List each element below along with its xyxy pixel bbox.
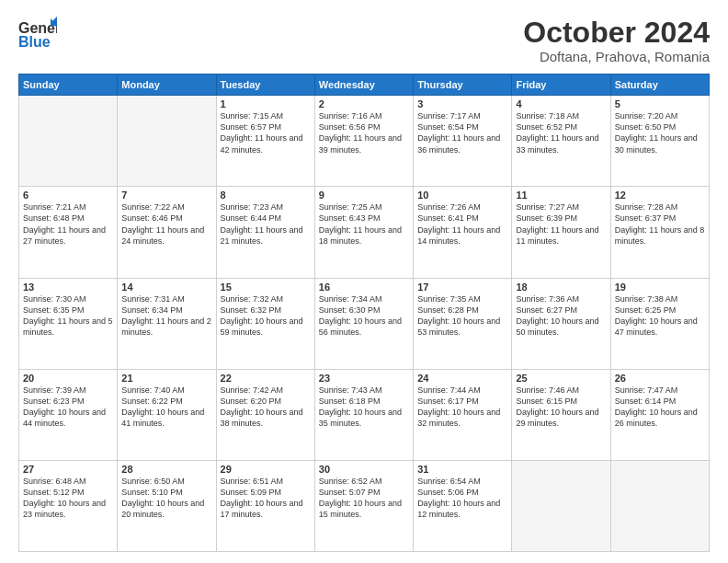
day-info: Sunrise: 7:34 AMSunset: 6:30 PMDaylight:…: [319, 293, 409, 339]
col-thursday: Thursday: [414, 75, 512, 96]
calendar-header-row: Sunday Monday Tuesday Wednesday Thursday…: [19, 75, 710, 96]
table-row: 26Sunrise: 7:47 AMSunset: 6:14 PMDayligh…: [610, 369, 709, 460]
table-row: 24Sunrise: 7:44 AMSunset: 6:17 PMDayligh…: [414, 369, 512, 460]
table-row: 27Sunrise: 6:48 AMSunset: 5:12 PMDayligh…: [19, 460, 118, 551]
table-row: 9Sunrise: 7:25 AMSunset: 6:43 PMDaylight…: [314, 187, 413, 278]
day-number: 2: [319, 98, 409, 109]
day-number: 28: [121, 464, 211, 475]
table-row: 23Sunrise: 7:43 AMSunset: 6:18 PMDayligh…: [314, 369, 413, 460]
day-info: Sunrise: 7:16 AMSunset: 6:56 PMDaylight:…: [319, 110, 409, 155]
col-tuesday: Tuesday: [216, 75, 314, 96]
table-row: 14Sunrise: 7:31 AMSunset: 6:34 PMDayligh…: [118, 278, 216, 369]
day-info: Sunrise: 7:36 AMSunset: 6:27 PMDaylight:…: [516, 293, 606, 339]
col-friday: Friday: [512, 75, 610, 96]
table-row: 21Sunrise: 7:40 AMSunset: 6:22 PMDayligh…: [118, 369, 216, 460]
day-info: Sunrise: 7:18 AMSunset: 6:52 PMDaylight:…: [516, 110, 606, 155]
day-number: 26: [615, 373, 705, 384]
table-row: 19Sunrise: 7:38 AMSunset: 6:25 PMDayligh…: [610, 278, 709, 369]
day-number: 6: [23, 190, 113, 201]
calendar-table: Sunday Monday Tuesday Wednesday Thursday…: [18, 74, 710, 552]
col-monday: Monday: [118, 75, 216, 96]
table-row: 25Sunrise: 7:46 AMSunset: 6:15 PMDayligh…: [512, 369, 610, 460]
day-info: Sunrise: 7:17 AMSunset: 6:54 PMDaylight:…: [417, 110, 507, 155]
logo: General Blue: [18, 17, 57, 52]
day-info: Sunrise: 7:43 AMSunset: 6:18 PMDaylight:…: [319, 385, 409, 430]
day-number: 13: [23, 282, 113, 293]
day-number: 10: [417, 190, 507, 201]
day-info: Sunrise: 7:30 AMSunset: 6:35 PMDaylight:…: [23, 293, 113, 339]
day-info: Sunrise: 7:40 AMSunset: 6:22 PMDaylight:…: [121, 385, 211, 430]
day-info: Sunrise: 7:47 AMSunset: 6:14 PMDaylight:…: [615, 385, 705, 430]
day-info: Sunrise: 6:54 AMSunset: 5:06 PMDaylight:…: [417, 476, 507, 521]
svg-text:Blue: Blue: [18, 34, 51, 50]
table-row: 8Sunrise: 7:23 AMSunset: 6:44 PMDaylight…: [216, 187, 314, 278]
day-number: 20: [23, 373, 113, 384]
day-number: 1: [221, 98, 311, 109]
table-row: 16Sunrise: 7:34 AMSunset: 6:30 PMDayligh…: [314, 278, 413, 369]
table-row: 2Sunrise: 7:16 AMSunset: 6:56 PMDaylight…: [314, 96, 413, 187]
table-row: 7Sunrise: 7:22 AMSunset: 6:46 PMDaylight…: [118, 187, 216, 278]
day-info: Sunrise: 7:38 AMSunset: 6:25 PMDaylight:…: [615, 293, 705, 339]
day-info: Sunrise: 7:32 AMSunset: 6:32 PMDaylight:…: [221, 293, 311, 339]
day-info: Sunrise: 7:25 AMSunset: 6:43 PMDaylight:…: [319, 201, 409, 247]
day-number: 8: [221, 190, 311, 201]
table-row: 4Sunrise: 7:18 AMSunset: 6:52 PMDaylight…: [512, 96, 610, 187]
table-row: 15Sunrise: 7:32 AMSunset: 6:32 PMDayligh…: [216, 278, 314, 369]
header: General Blue October 2024 Doftana, Praho…: [18, 17, 710, 64]
day-number: 22: [221, 373, 311, 384]
table-row: 31Sunrise: 6:54 AMSunset: 5:06 PMDayligh…: [414, 460, 512, 551]
day-number: 16: [319, 282, 409, 293]
day-number: 31: [417, 464, 507, 475]
logo-icon: General Blue: [18, 17, 57, 52]
table-row: 13Sunrise: 7:30 AMSunset: 6:35 PMDayligh…: [19, 278, 118, 369]
table-row: 10Sunrise: 7:26 AMSunset: 6:41 PMDayligh…: [414, 187, 512, 278]
calendar-subtitle: Doftana, Prahova, Romania: [523, 49, 710, 64]
day-number: 4: [516, 98, 606, 109]
day-info: Sunrise: 7:35 AMSunset: 6:28 PMDaylight:…: [417, 293, 507, 339]
day-number: 14: [121, 282, 211, 293]
title-block: October 2024 Doftana, Prahova, Romania: [523, 17, 710, 64]
col-saturday: Saturday: [610, 75, 709, 96]
day-number: 12: [615, 190, 705, 201]
day-number: 24: [417, 373, 507, 384]
col-sunday: Sunday: [19, 75, 118, 96]
table-row: 6Sunrise: 7:21 AMSunset: 6:48 PMDaylight…: [19, 187, 118, 278]
col-wednesday: Wednesday: [314, 75, 413, 96]
day-number: 23: [319, 373, 409, 384]
day-info: Sunrise: 6:52 AMSunset: 5:07 PMDaylight:…: [319, 476, 409, 521]
day-number: 7: [121, 190, 211, 201]
day-info: Sunrise: 7:22 AMSunset: 6:46 PMDaylight:…: [121, 201, 211, 247]
table-row: 30Sunrise: 6:52 AMSunset: 5:07 PMDayligh…: [314, 460, 413, 551]
day-number: 9: [319, 190, 409, 201]
table-row: [610, 460, 709, 551]
day-info: Sunrise: 6:50 AMSunset: 5:10 PMDaylight:…: [121, 476, 211, 521]
day-info: Sunrise: 7:26 AMSunset: 6:41 PMDaylight:…: [417, 201, 507, 247]
day-info: Sunrise: 7:20 AMSunset: 6:50 PMDaylight:…: [615, 110, 705, 155]
day-number: 27: [23, 464, 113, 475]
table-row: [118, 96, 216, 187]
day-info: Sunrise: 7:42 AMSunset: 6:20 PMDaylight:…: [221, 385, 311, 430]
table-row: [512, 460, 610, 551]
table-row: 18Sunrise: 7:36 AMSunset: 6:27 PMDayligh…: [512, 278, 610, 369]
day-number: 15: [221, 282, 311, 293]
day-info: Sunrise: 7:28 AMSunset: 6:37 PMDaylight:…: [615, 201, 705, 247]
day-info: Sunrise: 7:15 AMSunset: 6:57 PMDaylight:…: [221, 110, 311, 155]
table-row: 28Sunrise: 6:50 AMSunset: 5:10 PMDayligh…: [118, 460, 216, 551]
table-row: 5Sunrise: 7:20 AMSunset: 6:50 PMDaylight…: [610, 96, 709, 187]
table-row: 3Sunrise: 7:17 AMSunset: 6:54 PMDaylight…: [414, 96, 512, 187]
table-row: 1Sunrise: 7:15 AMSunset: 6:57 PMDaylight…: [216, 96, 314, 187]
day-info: Sunrise: 7:44 AMSunset: 6:17 PMDaylight:…: [417, 385, 507, 430]
day-number: 18: [516, 282, 606, 293]
day-info: Sunrise: 7:46 AMSunset: 6:15 PMDaylight:…: [516, 385, 606, 430]
day-number: 29: [221, 464, 311, 475]
day-info: Sunrise: 7:27 AMSunset: 6:39 PMDaylight:…: [516, 201, 606, 247]
day-info: Sunrise: 7:31 AMSunset: 6:34 PMDaylight:…: [121, 293, 211, 339]
day-number: 21: [121, 373, 211, 384]
table-row: 17Sunrise: 7:35 AMSunset: 6:28 PMDayligh…: [414, 278, 512, 369]
day-info: Sunrise: 7:21 AMSunset: 6:48 PMDaylight:…: [23, 201, 113, 247]
calendar-title: October 2024: [523, 17, 710, 49]
day-number: 5: [615, 98, 705, 109]
table-row: 29Sunrise: 6:51 AMSunset: 5:09 PMDayligh…: [216, 460, 314, 551]
page: General Blue October 2024 Doftana, Praho…: [0, 0, 728, 563]
day-number: 3: [417, 98, 507, 109]
